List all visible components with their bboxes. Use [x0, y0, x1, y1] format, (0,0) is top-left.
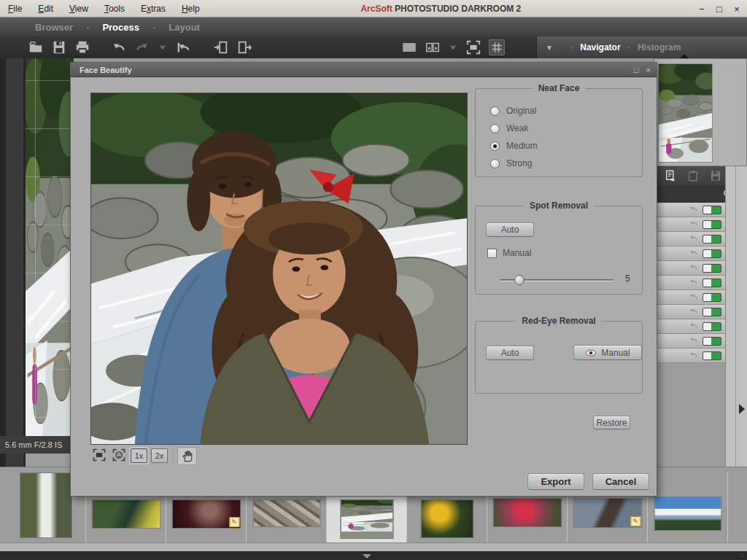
save-icon[interactable]: [709, 169, 722, 182]
undo-step-icon[interactable]: [689, 204, 699, 214]
enable-toggle[interactable]: [703, 206, 721, 214]
menu-file[interactable]: File: [0, 4, 30, 14]
undo-step-icon[interactable]: [689, 277, 699, 287]
thumbnail-volcano[interactable]: [654, 497, 721, 531]
caret-icon[interactable]: [448, 42, 458, 52]
enable-toggle[interactable]: [703, 351, 721, 360]
enable-toggle[interactable]: [703, 220, 721, 229]
panel-collapse-icon[interactable]: ▼: [546, 44, 553, 52]
print-icon[interactable]: [74, 39, 90, 55]
thumbnail-darkred[interactable]: ✎: [171, 499, 241, 529]
undo-step-icon[interactable]: [689, 262, 699, 273]
adjustment-row[interactable]: [654, 334, 725, 349]
pan-hand-button[interactable]: [177, 447, 197, 465]
enable-toggle[interactable]: [703, 249, 721, 258]
radio-option-weak[interactable]: Weak: [490, 122, 528, 134]
enable-toggle[interactable]: [703, 235, 721, 244]
thumbnail-driftwood[interactable]: [252, 499, 320, 527]
adjustment-row[interactable]: [654, 232, 725, 246]
revert-icon[interactable]: [175, 39, 191, 55]
undo-step-icon[interactable]: [689, 233, 699, 244]
open-icon[interactable]: [28, 39, 44, 55]
slider-knob[interactable]: [514, 275, 525, 285]
thumbnail-plank[interactable]: ✎: [573, 498, 642, 528]
cancel-button[interactable]: Cancel: [592, 473, 649, 490]
red-eye-manual-button[interactable]: Manual: [573, 345, 642, 360]
enable-toggle[interactable]: [703, 293, 721, 302]
caret-icon[interactable]: [158, 42, 168, 52]
adjustment-row[interactable]: [654, 319, 725, 334]
panel-tab-histogram[interactable]: Histogram: [638, 42, 681, 52]
thumbnail-redflowers[interactable]: [492, 498, 562, 527]
minimize-icon[interactable]: −: [696, 4, 708, 15]
spot-manual-checkbox-row[interactable]: Manual: [487, 248, 531, 258]
radio-circle[interactable]: [490, 106, 500, 116]
collapse-right-icon[interactable]: [739, 404, 745, 414]
zoom-1x-button[interactable]: 1x: [131, 448, 147, 463]
undo-step-icon[interactable]: [689, 335, 699, 346]
clipboard-icon[interactable]: [686, 169, 700, 182]
enable-toggle[interactable]: [703, 279, 721, 287]
radio-option-medium[interactable]: Medium: [490, 140, 538, 152]
adjustment-row[interactable]: [654, 305, 725, 319]
undo-icon[interactable]: [111, 39, 127, 55]
close-icon[interactable]: ×: [731, 4, 743, 15]
tab-process[interactable]: Process: [89, 22, 152, 33]
window-resize-grip[interactable]: ∷: [740, 553, 745, 559]
export-button[interactable]: Export: [527, 473, 584, 490]
manual-checkbox[interactable]: [487, 249, 497, 258]
zoom-2x-button[interactable]: 2x: [151, 448, 168, 463]
thumbnail-valley[interactable]: [91, 499, 160, 529]
menu-edit[interactable]: Edit: [30, 4, 61, 14]
filmstrip-scrollbar[interactable]: [0, 542, 747, 551]
adjustment-row[interactable]: [654, 349, 725, 363]
fit-face-icon[interactable]: [112, 448, 126, 462]
doc-icon[interactable]: [664, 169, 677, 182]
adjustment-row[interactable]: [654, 290, 725, 305]
tab-layout[interactable]: Layout: [155, 22, 213, 33]
enable-toggle[interactable]: [703, 337, 721, 346]
radio-option-strong[interactable]: Strong: [490, 158, 532, 169]
compare-icon[interactable]: [425, 39, 441, 55]
dialog-resize-grip[interactable]: ∷: [650, 488, 655, 495]
import-icon[interactable]: [213, 39, 229, 55]
red-eye-auto-button[interactable]: Auto: [486, 346, 534, 360]
dialog-titlebar[interactable]: Face Beautify □ ×: [71, 63, 657, 77]
undo-step-icon[interactable]: [689, 306, 699, 316]
restore-button[interactable]: Restore: [593, 416, 630, 429]
undo-step-icon[interactable]: [689, 350, 699, 360]
bottom-collapse-bar[interactable]: ∷: [0, 551, 747, 560]
maximize-icon[interactable]: □: [713, 4, 725, 15]
thumbnail-yellowflowers[interactable]: [420, 499, 473, 538]
dialog-close-icon[interactable]: ×: [646, 63, 651, 77]
fit-image-icon[interactable]: [92, 448, 107, 462]
enable-toggle[interactable]: [703, 264, 721, 273]
adjustment-row[interactable]: [654, 217, 725, 232]
spot-intensity-slider[interactable]: [500, 275, 614, 285]
tab-browser[interactable]: Browser: [22, 22, 86, 33]
undo-step-icon[interactable]: [689, 219, 699, 229]
menu-view[interactable]: View: [61, 4, 96, 14]
radio-circle[interactable]: [490, 159, 500, 168]
single-icon[interactable]: [401, 39, 417, 55]
thumbnail-couple[interactable]: [340, 499, 393, 539]
menu-tools[interactable]: Tools: [96, 4, 133, 14]
radio-circle[interactable]: [490, 141, 500, 151]
redo-icon[interactable]: [134, 39, 150, 55]
dialog-maximize-icon[interactable]: □: [634, 63, 639, 77]
fit-icon[interactable]: [465, 39, 481, 55]
save-icon[interactable]: [51, 39, 67, 55]
undo-step-icon[interactable]: [689, 292, 699, 302]
menu-help[interactable]: Help: [174, 4, 208, 14]
enable-toggle[interactable]: [703, 322, 721, 331]
panel-tab-navigator[interactable]: Navigator: [580, 42, 620, 52]
preview-image[interactable]: [90, 93, 468, 445]
undo-step-icon[interactable]: [689, 248, 699, 258]
spot-auto-button[interactable]: Auto: [486, 222, 534, 237]
enable-toggle[interactable]: [703, 308, 721, 316]
adjustment-row[interactable]: [654, 246, 725, 261]
adjustment-row[interactable]: [654, 261, 725, 276]
navigator-thumbnail[interactable]: [658, 63, 713, 163]
menu-extras[interactable]: Extras: [133, 4, 174, 14]
export-icon[interactable]: [236, 39, 252, 55]
